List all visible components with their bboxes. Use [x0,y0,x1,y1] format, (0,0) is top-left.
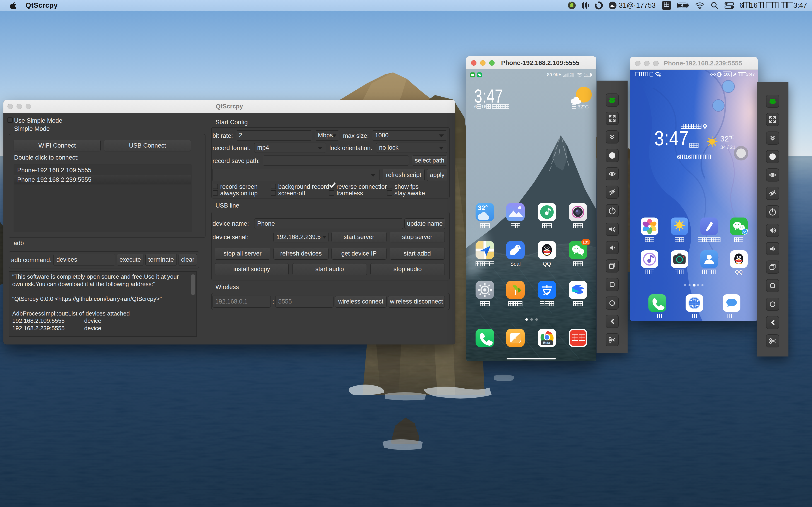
svg-text:!: ! [651,73,651,76]
svg-text:HD: HD [570,72,572,75]
svg-text:Beta: Beta [543,341,550,344]
svg-text:5: 5 [586,73,588,77]
